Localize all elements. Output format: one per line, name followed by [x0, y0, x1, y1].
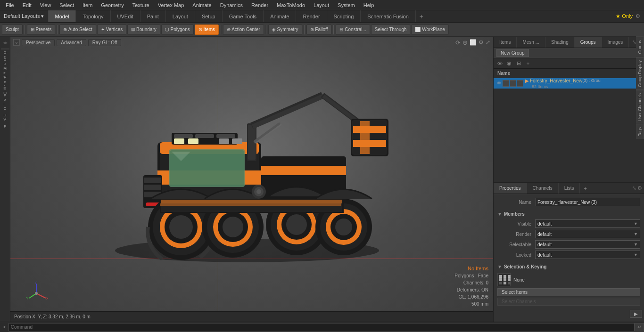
more-button[interactable]: ▶	[630, 310, 642, 318]
scene-add-icon[interactable]: +	[524, 59, 532, 68]
vp-expand-icon[interactable]: ⤢	[486, 39, 490, 46]
select-through-btn[interactable]: Select Through	[371, 24, 411, 35]
select-items-button[interactable]: Select Items	[497, 288, 640, 296]
menu-animate[interactable]: Animate	[189, 1, 215, 9]
command-submit-button[interactable]: ↵	[635, 323, 644, 332]
sel-keying-grid-row: None	[497, 273, 640, 286]
polygons-btn[interactable]: ⬡ Polygons	[161, 24, 194, 35]
select-channels-button[interactable]: Select Channels	[497, 298, 640, 306]
menu-render[interactable]: Render	[248, 1, 272, 9]
command-input[interactable]	[8, 323, 635, 332]
menu-texture[interactable]: Texture	[129, 1, 153, 9]
scene-tab-groups[interactable]: Groups	[575, 37, 602, 48]
keying-dot-grid[interactable]	[497, 273, 511, 286]
svg-rect-12	[144, 185, 161, 190]
members-section[interactable]: ▼ Members	[494, 209, 644, 219]
props-tab-icons: ⤡ ⚙	[632, 185, 644, 191]
menu-help[interactable]: Help	[360, 1, 378, 9]
sel-keying-section[interactable]: ▼ Selection & Keying	[494, 262, 644, 271]
viewport-perspective-btn[interactable]: Perspective	[22, 39, 55, 46]
tab-topology[interactable]: Topology	[76, 10, 110, 22]
symmetry-btn[interactable]: ◈ Symmetry	[268, 24, 302, 35]
workplane-btn[interactable]: ⬜ WorkPlane	[411, 24, 449, 35]
tab-scripting[interactable]: Scripting	[327, 10, 361, 22]
edge-tab-groups[interactable]: Groups	[636, 37, 644, 57]
vp-fit-icon[interactable]: ⬜	[470, 39, 477, 46]
vp-zoom-icon[interactable]: ⊕	[462, 39, 468, 46]
settings-icon[interactable]: ⚙	[636, 13, 640, 19]
menu-select[interactable]: Select	[56, 1, 78, 9]
menu-file[interactable]: File	[2, 1, 18, 9]
sidebar-item-5[interactable]: Pol	[1, 95, 9, 104]
dot-8	[508, 282, 511, 284]
tab-animate[interactable]: Animate	[264, 10, 296, 22]
viewport-raygl-btn[interactable]: Ray GL: Off	[88, 39, 122, 46]
vp-rotate-icon[interactable]: ⟳	[455, 39, 461, 46]
sidebar-item-6[interactable]: C	[1, 104, 9, 113]
menu-view[interactable]: View	[36, 1, 55, 9]
viewport-lock-icon[interactable]: ○	[13, 39, 20, 46]
boundary-btn[interactable]: ⊠ Boundary	[127, 24, 160, 35]
viewport[interactable]: ○ Perspective Advanced Ray GL: Off ⟳ ⊕ ⬜…	[10, 37, 493, 322]
sidebar-item-3[interactable]: Ver	[1, 77, 9, 86]
visible-dropdown[interactable]: default ▼	[535, 219, 640, 228]
menu-edit[interactable]: Edit	[19, 1, 35, 9]
layout-dropdown[interactable]: Default Layouts ▾	[0, 10, 49, 22]
tab-setup[interactable]: Setup	[195, 10, 223, 22]
props-tab-lists[interactable]: Lists	[559, 183, 580, 194]
constraints-btn[interactable]: ⊟ Constrai...	[336, 24, 370, 35]
item-eye-icon[interactable]: 👁	[495, 80, 502, 87]
props-tab-channels[interactable]: Channels	[527, 183, 559, 194]
render-dropdown[interactable]: default ▼	[535, 230, 640, 238]
scene-tab-items[interactable]: Items	[494, 37, 517, 48]
sidebar-item-7[interactable]: UV	[1, 113, 9, 121]
action-center-btn[interactable]: ⊕ Action Center	[223, 24, 264, 35]
menu-dynamics[interactable]: Dynamics	[216, 1, 247, 9]
vertices-btn[interactable]: ✦ Vertices	[97, 24, 126, 35]
tab-model[interactable]: Model	[49, 10, 76, 22]
auto-select-btn[interactable]: ⊕ Auto Select	[59, 24, 96, 35]
props-settings-icon[interactable]: ⚙	[637, 185, 642, 191]
menu-maxtomodo[interactable]: MaxToModo	[273, 1, 309, 9]
scene-eye-icon[interactable]: 👁	[495, 59, 504, 68]
right-panel: Items Mesh ... Shading Groups Images ⤡ ⚙…	[493, 37, 644, 322]
svg-rect-11	[144, 178, 161, 183]
falloff-btn[interactable]: ⊛ Falloff	[306, 24, 332, 35]
scene-tab-shading[interactable]: Shading	[545, 37, 575, 48]
menu-vertex-map[interactable]: Vertex Map	[154, 1, 188, 9]
scene-render-icon[interactable]: ◉	[505, 59, 513, 68]
command-prompt: >	[0, 324, 8, 330]
menu-geometry[interactable]: Geometry	[97, 1, 127, 9]
menu-item[interactable]: Item	[79, 1, 96, 9]
scene-list[interactable]: 👁 ▶ Forestry_Harvester_New (3) : Grou 82…	[494, 78, 644, 182]
menu-system[interactable]: System	[334, 1, 359, 9]
edge-tab-user-channels[interactable]: User Channels	[636, 90, 644, 124]
scene-item-forestry[interactable]: 👁 ▶ Forestry_Harvester_New (3) : Grou 82…	[494, 78, 644, 89]
tab-render[interactable]: Render	[296, 10, 327, 22]
tab-paint[interactable]: Paint	[140, 10, 166, 22]
edge-tab-tags[interactable]: Tags	[636, 124, 644, 139]
props-expand-icon[interactable]: ⤡	[632, 185, 636, 191]
props-tab-properties[interactable]: Properties	[494, 183, 527, 194]
props-tab-add[interactable]: +	[580, 186, 590, 191]
menu-layout[interactable]: Layout	[310, 1, 333, 9]
scene-lock-icon[interactable]: ⊟	[514, 59, 523, 68]
tab-schematic-fusion[interactable]: Schematic Fusion	[361, 10, 415, 22]
vp-options-icon[interactable]: ⚙	[479, 39, 484, 46]
tab-uvedit[interactable]: UVEdit	[111, 10, 140, 22]
sidebar-item-8[interactable]: F	[1, 122, 9, 130]
items-btn[interactable]: ⊙ Items	[195, 24, 219, 35]
add-layout-tab[interactable]: +	[416, 13, 427, 20]
new-group-button[interactable]: New Group	[496, 49, 529, 57]
tab-layout[interactable]: Layout	[166, 10, 195, 22]
name-input[interactable]	[535, 198, 640, 206]
scene-tab-images[interactable]: Images	[602, 37, 629, 48]
tab-game-tools[interactable]: Game Tools	[223, 10, 264, 22]
selectable-dropdown[interactable]: default ▼	[535, 240, 640, 249]
scene-tab-mesh[interactable]: Mesh ...	[517, 37, 545, 48]
edge-tab-group-display[interactable]: Group Display	[636, 57, 644, 90]
presets-btn[interactable]: ⊞ Presets	[27, 24, 56, 35]
sculpt-btn[interactable]: Sculpt	[2, 24, 23, 35]
viewport-shading-btn[interactable]: Advanced	[57, 39, 86, 46]
locked-dropdown[interactable]: default ▼	[535, 251, 640, 259]
